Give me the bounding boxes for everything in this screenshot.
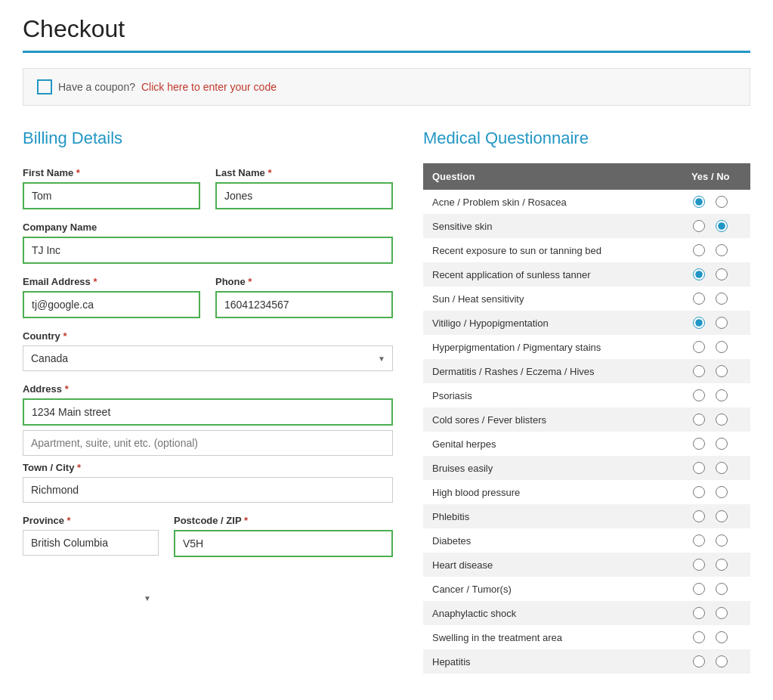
radio-yes[interactable] (693, 462, 705, 474)
address2-input[interactable] (23, 430, 393, 456)
radio-no[interactable] (716, 438, 728, 450)
table-row: Recent application of sunless tanner (423, 262, 750, 287)
question-text: Hyperpigmentation / Pigmentary stains (423, 335, 670, 359)
table-row: Sensitive skin (423, 214, 750, 238)
radio-no[interactable] (716, 389, 728, 401)
radio-no[interactable] (716, 607, 728, 619)
table-row: Recent exposure to sun or tanning bed (423, 238, 750, 262)
phone-label: Phone * (215, 276, 393, 287)
radio-yes[interactable] (693, 486, 705, 498)
radio-cell (670, 407, 750, 432)
radio-yes[interactable] (693, 244, 705, 256)
radio-cell (670, 238, 750, 262)
question-text: Diabetes (423, 528, 670, 553)
coupon-text: Have a coupon? (58, 81, 135, 93)
radio-yes[interactable] (693, 631, 705, 643)
radio-cell (670, 214, 750, 238)
table-row: Genital herpes (423, 432, 750, 456)
country-select[interactable]: Canada United States United Kingdom Aust… (23, 345, 393, 371)
postcode-input[interactable] (174, 530, 393, 557)
table-row: Psoriasis (423, 383, 750, 407)
question-text: Phlebitis (423, 504, 670, 528)
radio-no[interactable] (716, 268, 728, 280)
radio-no[interactable] (716, 220, 728, 232)
radio-cell (670, 335, 750, 359)
radio-no[interactable] (716, 559, 728, 571)
radio-yes[interactable] (693, 534, 705, 547)
town-input[interactable] (23, 477, 393, 503)
question-text: Psoriasis (423, 383, 670, 407)
radio-cell (670, 625, 750, 649)
radio-yes[interactable] (693, 510, 705, 522)
radio-yes[interactable] (693, 293, 705, 305)
radio-yes[interactable] (693, 413, 705, 426)
address-input[interactable] (23, 398, 393, 426)
question-text: Genital herpes (423, 432, 670, 456)
last-name-input[interactable] (215, 182, 393, 209)
radio-yes[interactable] (693, 268, 705, 280)
table-row: Acne / Problem skin / Rosacea (423, 190, 750, 214)
email-phone-row: Email Address * Phone * (23, 276, 393, 318)
table-row: Swelling in the treatment area (423, 625, 750, 649)
radio-cell (670, 601, 750, 625)
first-name-input[interactable] (23, 182, 200, 209)
radio-no[interactable] (716, 365, 728, 377)
address-label: Address * (23, 383, 393, 395)
radio-no[interactable] (716, 534, 728, 547)
question-text: High blood pressure (423, 480, 670, 504)
radio-no[interactable] (716, 413, 728, 426)
radio-cell (670, 287, 750, 311)
radio-no[interactable] (716, 317, 728, 329)
email-group: Email Address * (23, 276, 200, 318)
radio-no[interactable] (716, 486, 728, 498)
email-input[interactable] (23, 291, 200, 318)
radio-yes[interactable] (693, 317, 705, 329)
company-name-label: Company Name (23, 221, 393, 233)
radio-no[interactable] (716, 244, 728, 256)
phone-input[interactable] (215, 291, 393, 318)
table-row: Dermatitis / Rashes / Eczema / Hives (423, 359, 750, 383)
radio-no[interactable] (716, 631, 728, 643)
radio-yes[interactable] (693, 559, 705, 571)
first-name-group: First Name * (23, 167, 200, 209)
radio-yes[interactable] (693, 220, 705, 232)
radio-no[interactable] (716, 655, 728, 667)
coupon-link[interactable]: Click here to enter your code (141, 81, 277, 93)
radio-yes[interactable] (693, 655, 705, 667)
radio-yes[interactable] (693, 583, 705, 595)
radio-no[interactable] (716, 510, 728, 522)
radio-no[interactable] (716, 583, 728, 595)
province-select[interactable]: Alberta British Columbia Manitoba New Br… (23, 530, 159, 556)
medical-section: Medical Questionnaire Question Yes / No … (423, 129, 750, 674)
radio-cell (670, 190, 750, 214)
radio-cell (670, 311, 750, 335)
company-name-input[interactable] (23, 237, 393, 264)
question-text: Swelling in the treatment area (423, 625, 670, 649)
question-text: Cancer / Tumor(s) (423, 577, 670, 601)
phone-group: Phone * (215, 276, 393, 318)
radio-no[interactable] (716, 341, 728, 353)
table-row: Hyperpigmentation / Pigmentary stains (423, 335, 750, 359)
postcode-group: Postcode / ZIP * (174, 515, 393, 666)
question-text: Cold sores / Fever blisters (423, 407, 670, 432)
radio-yes[interactable] (693, 196, 705, 208)
billing-section: Billing Details First Name * Last Name *… (23, 129, 393, 666)
radio-yes[interactable] (693, 607, 705, 619)
table-row: Sun / Heat sensitivity (423, 287, 750, 311)
radio-yes[interactable] (693, 438, 705, 450)
province-select-wrapper: Alberta British Columbia Manitoba New Br… (23, 530, 159, 666)
postcode-label: Postcode / ZIP * (174, 515, 393, 526)
town-label: Town / City * (23, 462, 393, 473)
radio-no[interactable] (716, 462, 728, 474)
radio-yes[interactable] (693, 389, 705, 401)
radio-no[interactable] (716, 293, 728, 305)
col-question: Question (423, 163, 670, 190)
radio-yes[interactable] (693, 365, 705, 377)
table-row: Heart disease (423, 553, 750, 577)
table-row: Hepatitis (423, 649, 750, 674)
radio-cell (670, 480, 750, 504)
radio-no[interactable] (716, 196, 728, 208)
radio-yes[interactable] (693, 341, 705, 353)
radio-cell (670, 528, 750, 553)
questionnaire-table: Question Yes / No Acne / Problem skin / … (423, 163, 750, 674)
